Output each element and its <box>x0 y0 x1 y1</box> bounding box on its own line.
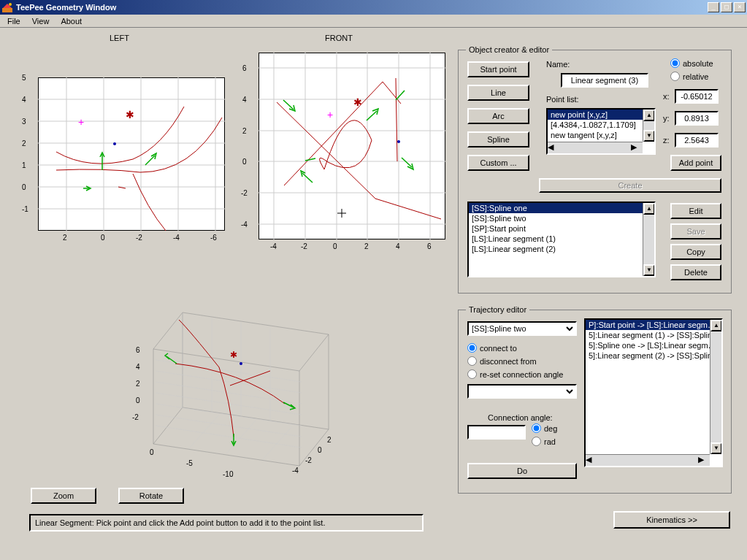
point-list-item[interactable]: new tangent [x,y,z] <box>548 130 654 140</box>
xtick: 6 <box>427 242 432 250</box>
front-plot[interactable]: + ✱ 6 4 2 0 -2 -4 -4 -2 0 2 4 6 <box>242 53 447 257</box>
rad-radio[interactable]: rad <box>532 437 556 446</box>
ytick: 3 <box>22 118 26 126</box>
name-input[interactable] <box>561 73 648 88</box>
maximize-button[interactable]: □ <box>721 2 732 12</box>
spline-button[interactable]: Spline <box>467 131 529 147</box>
svg-line-47 <box>156 404 302 426</box>
trajectory-list-item[interactable]: 5]:Linear segment (1) -> [SS]:Spline <box>586 330 721 340</box>
scrollbar[interactable]: ▲▼ <box>643 110 654 142</box>
scroll-up-icon[interactable]: ▲ <box>643 110 655 121</box>
rotate-button[interactable]: Rotate <box>118 488 184 504</box>
svg-line-44 <box>156 371 302 393</box>
object-list-item[interactable]: [SP]:Start point <box>469 223 654 234</box>
reset-angle-radio[interactable]: re-set connection angle <box>467 369 563 379</box>
svg-point-13 <box>113 142 116 145</box>
trajectory-list[interactable]: P]:Start point -> [LS]:Linear segment 5]… <box>584 318 723 467</box>
objects-list[interactable]: [SS]:Spline one [SS]:Spline two [SP]:Sta… <box>467 202 656 277</box>
scroll-up-icon[interactable]: ▲ <box>643 203 655 215</box>
object-list-item[interactable]: [SS]:Spline one <box>469 203 654 213</box>
xtick: -2 <box>136 234 142 242</box>
custom-button[interactable]: Custom ... <box>467 155 529 171</box>
menu-file[interactable]: File <box>1 15 26 27</box>
line-button[interactable]: Line <box>467 85 529 101</box>
svg-text:-10: -10 <box>223 470 234 478</box>
menu-view[interactable]: View <box>26 15 55 27</box>
x-input[interactable] <box>675 89 719 104</box>
svg-point-1 <box>9 3 12 6</box>
trajectory-list-item[interactable]: P]:Start point -> [LS]:Linear segment <box>586 320 721 330</box>
edit-button[interactable]: Edit <box>670 203 721 219</box>
minimize-button[interactable]: _ <box>708 2 719 12</box>
scrollbar[interactable]: ◀▶ <box>586 454 710 466</box>
connection-target-select[interactable] <box>467 384 577 399</box>
svg-text:✱: ✱ <box>353 96 362 108</box>
trajectory-select[interactable]: [SS]:Spline two <box>467 321 577 336</box>
do-button[interactable]: Do <box>467 463 577 479</box>
svg-line-41 <box>305 158 315 161</box>
left-view-label: LEFT <box>110 34 129 42</box>
iso-plot[interactable]: ✱ 642 0-2 0-5-10 20-2-4 <box>110 298 343 488</box>
svg-point-32 <box>397 140 400 143</box>
svg-line-38 <box>367 111 377 120</box>
relative-radio[interactable]: relative <box>670 72 708 81</box>
delete-button[interactable]: Delete <box>670 264 721 280</box>
scroll-down-icon[interactable]: ▼ <box>643 130 655 142</box>
kinematics-button[interactable]: Kinematics >> <box>613 511 730 529</box>
scrollbar[interactable]: ◀▶ <box>548 142 643 153</box>
scrollbar[interactable]: ▲▼ <box>643 203 654 276</box>
svg-rect-0 <box>2 8 12 12</box>
trajectory-list-item[interactable]: 5]:Linear segment (2) -> [SS]:Spline <box>586 350 721 361</box>
xtick: -4 <box>173 234 180 242</box>
scroll-down-icon[interactable]: ▼ <box>643 264 655 276</box>
arc-button[interactable]: Arc <box>467 108 529 124</box>
svg-point-61 <box>240 362 242 365</box>
y-input[interactable] <box>675 111 719 126</box>
object-list-item[interactable]: [LS]:Linear segment (1) <box>469 234 654 244</box>
svg-line-43 <box>156 360 302 382</box>
left-plot[interactable]: + ✱ 5 4 3 2 1 0 -1 2 0 -2 -4 -6 <box>22 77 226 245</box>
object-list-item[interactable]: [SS]:Spline two <box>469 213 654 223</box>
scroll-left-icon[interactable]: ◀ <box>586 455 597 467</box>
point-list[interactable]: new point [x,y,z] [4.4384,-1.0827,1.1709… <box>546 108 656 155</box>
scroll-left-icon[interactable]: ◀ <box>548 142 559 154</box>
ytick: 4 <box>242 96 247 104</box>
ytick: 4 <box>22 96 26 104</box>
svg-text:+: + <box>78 116 84 128</box>
z-input[interactable] <box>675 133 719 147</box>
svg-line-48 <box>156 415 302 437</box>
connection-angle-input[interactable] <box>467 425 526 440</box>
copy-button[interactable]: Copy <box>670 244 721 260</box>
ytick: 2 <box>22 139 26 147</box>
start-point-button[interactable]: Start point <box>467 61 529 77</box>
menu-about[interactable]: About <box>55 15 88 27</box>
xtick: 2 <box>63 234 67 242</box>
close-button[interactable]: × <box>734 2 746 12</box>
object-editor-legend: Object creator & editor <box>466 45 552 54</box>
disconnect-from-radio[interactable]: disconnect from <box>467 356 537 366</box>
scroll-right-icon[interactable]: ▶ <box>631 142 643 154</box>
point-list-item[interactable]: new point [x,y,z] <box>548 110 654 120</box>
svg-text:-5: -5 <box>186 459 193 467</box>
absolute-radio[interactable]: absolute <box>670 58 713 68</box>
connect-to-radio[interactable]: connect to <box>467 343 517 353</box>
y-label: y: <box>663 114 670 123</box>
status-bar: Linear Segment: Pick point and click the… <box>29 514 424 532</box>
trajectory-list-item[interactable]: 5]:Spline one -> [LS]:Linear segment <box>586 340 721 350</box>
scroll-right-icon[interactable]: ▶ <box>698 455 710 467</box>
scroll-up-icon[interactable]: ▲ <box>710 320 722 331</box>
name-label: Name: <box>546 60 570 69</box>
ytick: -2 <box>241 189 248 197</box>
object-list-item[interactable]: [LS]:Linear segment (2) <box>469 244 654 254</box>
scrollbar[interactable]: ▲▼ <box>710 320 721 454</box>
ytick: 5 <box>22 74 26 82</box>
trajectory-editor-panel: Trajectory editor [SS]:Spline two connec… <box>458 305 732 494</box>
svg-text:+: + <box>327 109 333 120</box>
zoom-button[interactable]: Zoom <box>31 488 96 504</box>
xtick: 0 <box>333 242 337 250</box>
scroll-down-icon[interactable]: ▼ <box>710 442 722 454</box>
deg-radio[interactable]: deg <box>532 423 557 433</box>
add-point-button[interactable]: Add point <box>670 155 721 171</box>
point-list-item[interactable]: [4.4384,-1.0827,1.1709] <box>548 120 654 130</box>
app-icon <box>1 1 13 13</box>
